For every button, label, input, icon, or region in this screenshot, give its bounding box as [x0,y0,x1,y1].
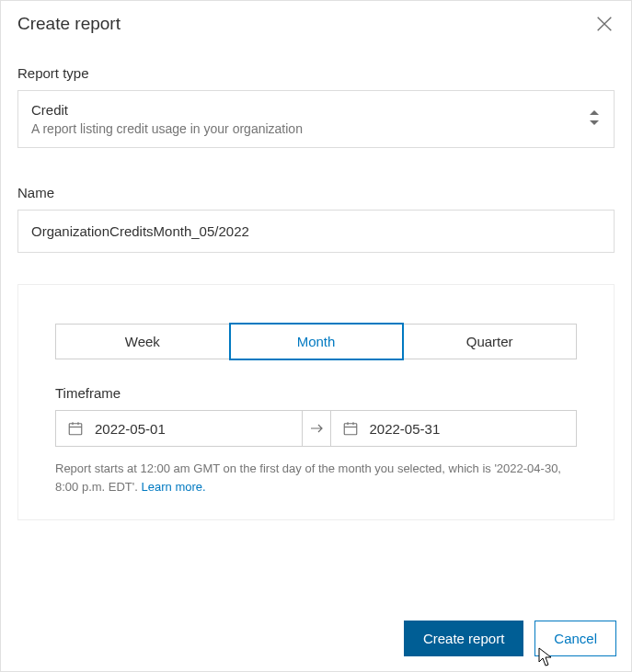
dialog-body: Report type Credit A report listing cred… [1,38,631,609]
start-date-value: 2022-05-01 [95,421,166,437]
end-date-input[interactable]: 2022-05-31 [330,410,578,447]
report-type-select[interactable]: Credit A report listing credit usage in … [17,90,615,148]
report-type-description: A report listing credit usage in your or… [31,121,572,136]
select-arrows-icon [588,108,601,131]
dialog-footer: Create report Cancel [1,609,631,671]
period-option-quarter[interactable]: Quarter [403,324,577,359]
calendar-icon [342,420,359,437]
calendar-icon [67,420,84,437]
period-option-week[interactable]: Week [55,324,230,359]
end-date-value: 2022-05-31 [370,421,441,437]
name-input[interactable] [18,211,614,252]
dialog-title: Create report [17,14,121,34]
learn-more-link[interactable]: Learn more. [142,480,206,494]
timeframe-panel: Week Month Quarter Timeframe 2022-05-01 [17,284,615,520]
name-label: Name [17,185,615,200]
start-date-input[interactable]: 2022-05-01 [55,410,303,447]
cancel-button[interactable]: Cancel [534,621,616,656]
timeframe-hint-text: Report starts at 12:00 am GMT on the fir… [55,461,561,494]
timeframe-date-range: 2022-05-01 2022-05-31 [55,410,577,447]
date-range-separator [303,410,330,447]
svg-rect-4 [344,424,357,435]
svg-rect-0 [69,424,82,435]
arrow-right-icon [310,424,323,433]
period-option-month[interactable]: Month [230,324,404,359]
name-input-wrap [17,210,615,253]
period-segmented-control: Week Month Quarter [55,324,577,359]
report-type-value: Credit [31,102,572,118]
report-type-label: Report type [17,65,615,81]
timeframe-hint: Report starts at 12:00 am GMT on the fir… [55,460,577,495]
timeframe-label: Timeframe [55,385,577,401]
close-icon [594,14,615,34]
create-report-dialog: Create report Report type Credit A repor… [0,0,632,672]
dialog-header: Create report [1,1,631,38]
close-button[interactable] [594,14,615,34]
create-report-button[interactable]: Create report [404,621,523,656]
